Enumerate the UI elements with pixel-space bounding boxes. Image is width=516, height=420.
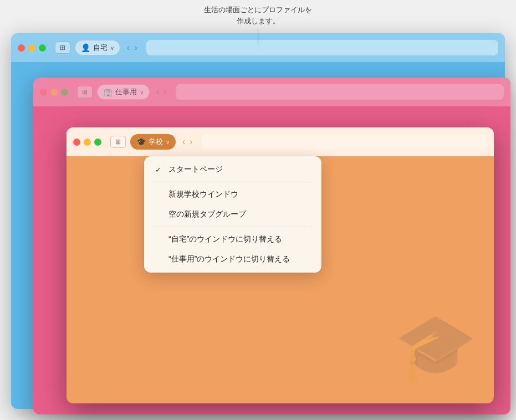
tooltip-area: 生活の場面ごとにプロファイルを 作成します。: [0, 0, 516, 45]
menu-label-switch-to-home: “自宅”のウインドウに切り替える: [168, 234, 282, 244]
school-chevron-icon: ∨: [166, 139, 170, 145]
titlebar-work: ⊞ 🏢 仕事用 ∨ ‹ ›: [33, 78, 510, 106]
school-watermark: 🎓: [394, 309, 477, 387]
profile-dropdown-menu: ✓スタートページ新規学校ウインドウ空の新規タブグループ“自宅”のウインドウに切り…: [144, 156, 321, 273]
menu-divider-2: [153, 227, 313, 227]
nav-back-school[interactable]: ‹: [182, 137, 185, 146]
profile-button-work[interactable]: 🏢 仕事用 ∨: [97, 84, 150, 100]
menu-label-switch-to-work: “仕事用”のウインドウに切り替える: [168, 254, 290, 264]
sidebar-icon-work: ⊞: [82, 88, 88, 96]
maximize-button-school[interactable]: [94, 139, 101, 146]
menu-item-switch-to-home[interactable]: “自宅”のウインドウに切り替える: [144, 229, 321, 249]
tooltip-line2: 作成します。: [0, 16, 516, 27]
menu-item-new-school-window[interactable]: 新規学校ウインドウ: [144, 185, 321, 204]
minimize-button-home[interactable]: [28, 44, 35, 52]
search-bar-school[interactable]: [202, 134, 487, 150]
tooltip-connector: [258, 28, 258, 45]
minimize-button-school[interactable]: [84, 139, 91, 146]
traffic-lights-home: [18, 44, 46, 52]
traffic-lights-work: [40, 89, 68, 96]
close-button-work[interactable]: [40, 89, 47, 96]
work-profile-label: 仕事用: [115, 87, 137, 97]
menu-label-new-empty-tab-group: 空の新規タブグループ: [168, 209, 246, 219]
close-button-school[interactable]: [73, 139, 80, 146]
traffic-lights-school: [73, 139, 101, 146]
maximize-button-work[interactable]: [61, 89, 68, 96]
nav-back-work[interactable]: ‹: [156, 88, 159, 96]
tooltip-text: 生活の場面ごとにプロファイルを 作成します。: [0, 4, 516, 26]
nav-arrows-work: ‹ ›: [156, 88, 167, 96]
minimize-button-work[interactable]: [50, 89, 58, 96]
school-profile-icon: 🎓: [136, 137, 146, 146]
profile-button-school[interactable]: 🎓 学校 ∨: [130, 134, 176, 150]
nav-arrows-school: ‹ ›: [182, 137, 193, 146]
nav-forward-work[interactable]: ›: [164, 88, 166, 96]
sidebar-icon-school: ⊞: [115, 138, 121, 146]
menu-divider-0: [153, 182, 313, 182]
menu-item-new-empty-tab-group[interactable]: 空の新規タブグループ: [144, 204, 321, 224]
window-school: ⊞ 🎓 学校 ∨ ‹ › 🎓 ✓スタートページ新規学校ウインドウ空の新規タブグル…: [67, 127, 494, 403]
home-chevron-icon: ∨: [110, 45, 114, 51]
menu-label-start-page: スタートページ: [168, 165, 223, 175]
work-chevron-icon: ∨: [140, 89, 144, 95]
menu-label-new-school-window: 新規学校ウインドウ: [168, 189, 238, 199]
tooltip-line1: 生活の場面ごとにプロファイルを: [0, 4, 516, 16]
sidebar-toggle-school[interactable]: ⊞: [110, 136, 126, 148]
menu-item-switch-to-work[interactable]: “仕事用”のウインドウに切り替える: [144, 249, 321, 269]
menu-checkmark-start-page: ✓: [155, 166, 164, 174]
school-profile-label: 学校: [149, 137, 163, 147]
maximize-button-home[interactable]: [39, 44, 46, 52]
sidebar-icon-home: ⊞: [60, 44, 65, 52]
work-profile-icon: 🏢: [103, 88, 113, 96]
menu-item-start-page[interactable]: ✓スタートページ: [144, 160, 321, 180]
titlebar-school: ⊞ 🎓 学校 ∨ ‹ ›: [67, 127, 494, 156]
close-button-home[interactable]: [18, 44, 25, 52]
nav-forward-school[interactable]: ›: [190, 137, 192, 146]
search-bar-work[interactable]: [176, 84, 504, 100]
sidebar-toggle-work[interactable]: ⊞: [77, 86, 93, 98]
